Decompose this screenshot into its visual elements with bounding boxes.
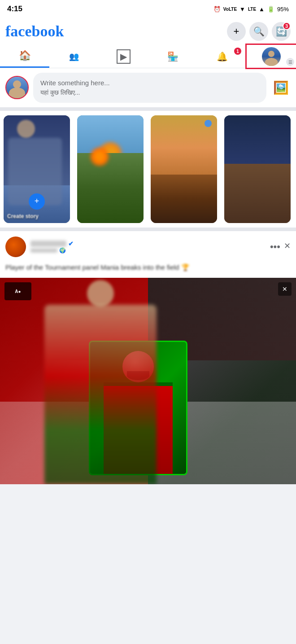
tab-notifications[interactable]: 🔔 1: [197, 45, 247, 68]
close-icon: ✕: [282, 285, 287, 293]
post-options: ••• ✕: [270, 241, 291, 253]
story-3[interactable]: [151, 115, 217, 223]
notifications-badge: 1: [234, 48, 241, 55]
vo-lte-icon: VoLTE: [223, 7, 237, 12]
post-image[interactable]: A● ✕: [0, 278, 296, 484]
story-2[interactable]: [77, 115, 144, 223]
post-header: ✔ 🌍 ••• ✕: [0, 231, 296, 263]
notifications-icon: 🔔: [217, 51, 228, 62]
tab-menu[interactable]: ☰: [247, 45, 296, 68]
story-play-button: +: [29, 193, 45, 210]
marketplace-icon: 🏪: [167, 51, 178, 62]
tv-badge: A●: [4, 282, 31, 300]
menu-overlay-icon: ☰: [286, 58, 294, 66]
header: facebook + 🔍 🔄 3: [0, 18, 296, 45]
alarm-icon: ⏰: [213, 6, 221, 13]
post-user-info: ✔ 🌍: [30, 240, 266, 254]
messenger-button[interactable]: 🔄 3: [272, 22, 291, 41]
stories-section: + Create story: [0, 111, 296, 231]
plus-icon: +: [234, 26, 239, 37]
search-button[interactable]: 🔍: [249, 22, 268, 41]
friends-icon: 👥: [69, 52, 79, 61]
messenger-badge: 3: [283, 22, 291, 30]
photo-icon: 🖼️: [273, 80, 289, 95]
wifi-icon: ▼: [239, 6, 245, 13]
lte-icon: LTE: [248, 7, 256, 12]
search-icon: 🔍: [253, 26, 265, 37]
photo-upload-button[interactable]: 🖼️: [271, 78, 291, 97]
facebook-logo: facebook: [5, 23, 64, 40]
post-input-area[interactable]: Write something here... यहां कुछ लिखिए..…: [33, 73, 266, 103]
home-icon: 🏠: [19, 50, 31, 61]
header-actions: + 🔍 🔄 3: [227, 22, 291, 41]
verified-icon: ✔: [68, 240, 74, 247]
battery-icon: 🔋: [267, 6, 274, 13]
tab-home[interactable]: 🏠: [0, 45, 49, 68]
post-1: ✔ 🌍 ••• ✕ Player of the Tournament panel…: [0, 231, 296, 485]
post-bar: Write something here... यहां कुछ लिखिए..…: [0, 68, 296, 111]
tab-marketplace[interactable]: 🏪: [148, 45, 197, 68]
post-image-close[interactable]: ✕: [278, 282, 292, 296]
post-close-icon[interactable]: ✕: [284, 241, 291, 253]
post-avatar: [5, 237, 26, 257]
nav-tabs: 🏠 👥 ▶ 🏪 🔔 1 ☰: [0, 45, 296, 68]
signal-icon: ▲: [259, 6, 265, 13]
post-username: ✔: [30, 240, 266, 247]
post-globe-icon: 🌍: [59, 247, 66, 254]
tab-friends[interactable]: 👥: [49, 45, 99, 68]
status-time: 4:15: [7, 4, 22, 13]
user-avatar[interactable]: [5, 76, 29, 99]
username-text: [30, 241, 66, 247]
video-icon: ▶: [117, 49, 131, 64]
tab-video[interactable]: ▶: [99, 45, 148, 68]
story-create-label: Create story: [7, 213, 39, 219]
post-timestamp: [30, 248, 57, 253]
post-meta: 🌍: [30, 247, 266, 254]
post-text-content: Player of the Tournament panel Mania bre…: [5, 263, 190, 271]
battery-percent: 95%: [277, 6, 289, 13]
status-bar: 4:15 ⏰ VoLTE ▼ LTE ▲ 🔋 95%: [0, 0, 296, 18]
add-button[interactable]: +: [227, 22, 246, 41]
status-icons: ⏰ VoLTE ▼ LTE ▲ 🔋 95%: [213, 6, 289, 13]
story-create[interactable]: + Create story: [4, 115, 70, 223]
story-4[interactable]: [224, 115, 291, 223]
post-placeholder-en: Write something here...: [40, 78, 259, 88]
post-more-icon[interactable]: •••: [270, 241, 280, 253]
post-text: Player of the Tournament panel Mania bre…: [0, 263, 296, 278]
post-placeholder-hi: यहां कुछ लिखिए...: [40, 88, 259, 97]
